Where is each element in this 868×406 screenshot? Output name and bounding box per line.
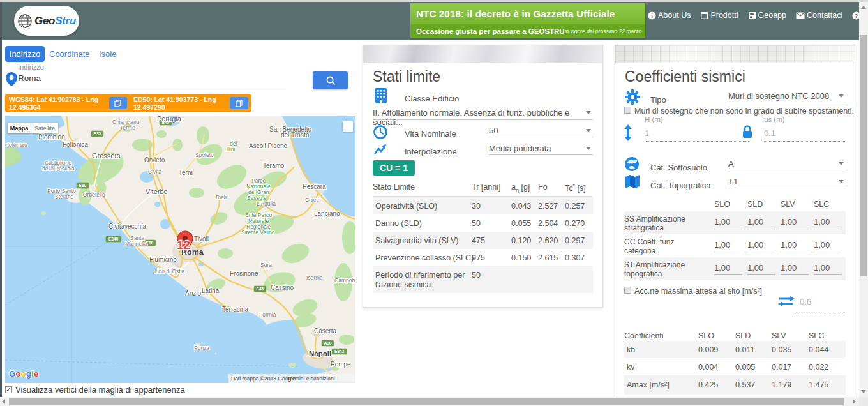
sottosuolo-select[interactable]: A	[728, 159, 846, 170]
header-bar: GeoStru NTC 2018: il decreto è in Gazzet…	[2, 2, 859, 40]
map-fullscreen-control[interactable]	[343, 121, 353, 132]
map-label: del Tronto	[281, 132, 310, 139]
muri-checkbox[interactable]	[624, 107, 631, 114]
table-row: Danno (SLD) 50 0.055 2.504 0.270	[373, 214, 593, 232]
swap-arrows-icon	[777, 296, 795, 307]
stati-table-header: Stato Limite Tr [anni] ag [g] Fo Tc* [s]	[373, 183, 593, 196]
amp-row: CC Coeff. funz categoria 1,00 1,00 1,00 …	[624, 234, 846, 257]
wgs84-text: WGS84: Lat 41.902783 - Lng 12.496364	[9, 96, 105, 111]
nav-contattaci[interactable]: Contattaci	[796, 11, 842, 20]
classe-edificio-select[interactable]: II. Affollamento normale. Assenza di fun…	[373, 108, 593, 120]
banner-subtitle: Occasione giusta per passare a GEOSTRU	[416, 27, 565, 35]
map-label: Frosinone	[230, 270, 258, 277]
address-underline	[18, 87, 286, 87]
map-icon	[624, 174, 641, 188]
map-label: Terni	[179, 169, 193, 176]
vertical-scrollbar-thumb[interactable]	[860, 35, 867, 276]
map-type-mappa-button[interactable]: Mappa	[8, 123, 31, 133]
muri-checkbox-row: Muri di sostegno che non sono in grado d…	[624, 107, 854, 116]
horizontal-scrollbar-thumb[interactable]	[9, 398, 844, 405]
map-label: Teramo	[263, 162, 285, 169]
building-icon	[373, 87, 389, 104]
amp-input[interactable]: 1,00	[714, 240, 742, 252]
stati-limite-title: Stati limite	[373, 68, 440, 86]
nav-geoapp[interactable]: Geoapp	[748, 11, 786, 20]
amp-input[interactable]: 1,00	[781, 217, 809, 229]
interpolazione-select[interactable]: Media ponderata	[489, 144, 593, 155]
address-input[interactable]: Roma	[18, 73, 41, 83]
us-input[interactable]: 0.1	[764, 128, 775, 138]
amp-input[interactable]: 1,00	[747, 217, 775, 229]
us-label: us (m)	[764, 116, 785, 123]
stati-limite-panel: Stati limite Classe Edificio II. Affolla…	[363, 45, 603, 308]
amp-input[interactable]: 1,00	[781, 263, 809, 275]
map-label: Pescara	[303, 183, 326, 190]
map-type-satellite-button[interactable]: Satellite	[31, 123, 58, 133]
geostru-logo[interactable]: GeoStru	[14, 6, 79, 36]
map-label: Orbetello	[83, 192, 105, 198]
copy-wgs84-button[interactable]	[109, 97, 127, 109]
vita-nominale-select[interactable]: 50	[489, 126, 593, 137]
nav-prodotti[interactable]: Prodotti	[700, 11, 738, 20]
acc-checkbox[interactable]	[624, 287, 631, 294]
table-row: Salvaguardia vita (SLV) 475 0.120 2.620 …	[373, 232, 593, 249]
acc-underline	[795, 312, 845, 312]
header-nav: About Us Prodotti Geoapp Contattaci ? Ai…	[648, 11, 868, 20]
google-map[interactable]: E35E45E80E80E840E45A30E842 PiombinoFollo…	[5, 116, 355, 383]
search-button[interactable]	[313, 71, 348, 89]
h-input[interactable]: 1	[645, 128, 649, 138]
map-label: Grosseto	[92, 152, 121, 160]
nav-about-us[interactable]: About Us	[648, 11, 691, 20]
amp-input[interactable]: 1,00	[814, 263, 842, 275]
show-vertices-row: ✓ Visualizza vertici della maglia di app…	[5, 385, 185, 395]
amp-input[interactable]: 1,00	[714, 217, 742, 229]
h-underline	[645, 141, 749, 142]
map-terms-link[interactable]: Termini e condizioni	[287, 375, 335, 382]
copy-icon	[114, 100, 121, 107]
tab-indirizzo[interactable]: Indirizzo	[5, 46, 45, 62]
show-vertices-checkbox[interactable]: ✓	[5, 386, 12, 393]
logo-text-stru: Stru	[55, 15, 76, 27]
tab-isole[interactable]: Isole	[99, 49, 116, 59]
amp-input[interactable]: 1,00	[814, 240, 842, 252]
map-label: Follonica	[63, 141, 88, 148]
classe-edificio-value: II. Affollamento normale. Assenza di fun…	[373, 108, 569, 127]
map-label: ortoferraio	[5, 142, 27, 148]
coef-row: kv 0.004 0.005 0.017 0.022	[624, 358, 846, 375]
amp-input[interactable]: 1,00	[714, 263, 742, 275]
nav-label: Contattaci	[807, 11, 842, 20]
coefficienti-title: Coefficienti sismici	[625, 68, 745, 86]
amp-row: SS Amplificazione stratigrafica 1,00 1,0…	[624, 211, 846, 234]
map-label: Campob	[334, 277, 355, 283]
google-logo: Google	[9, 369, 39, 379]
topografica-value: T1	[728, 177, 738, 186]
vita-nominale-value: 50	[489, 126, 498, 135]
map-label: Formia	[259, 312, 276, 318]
road-shield-label: E35	[94, 132, 101, 136]
acc-input[interactable]: 0.6	[800, 297, 811, 306]
tipo-select[interactable]: Muri di sostegno NTC 2008	[728, 91, 846, 103]
map-label: Latina	[202, 287, 220, 294]
amp-input[interactable]: 1,00	[814, 217, 842, 229]
scrollbar-corner	[859, 397, 868, 406]
map-label: Pompe	[331, 361, 351, 368]
topografica-select[interactable]: T1	[728, 177, 846, 188]
nav-label: Geoapp	[758, 11, 786, 20]
map-label: Terracina	[222, 306, 249, 313]
vertical-scrollbar[interactable]	[859, 2, 868, 397]
map-label: Isernia	[306, 274, 323, 281]
wgs84-badge: WGS84: Lat 41.902783 - Lng 12.496364	[5, 94, 130, 112]
map-label: Civita	[148, 169, 162, 175]
amp-input[interactable]: 1,00	[747, 263, 775, 275]
copy-ed50-button[interactable]	[230, 97, 248, 109]
updown-arrow-icon	[623, 124, 633, 141]
ntc-banner[interactable]: NTC 2018: il decreto è in Gazzetta Uffic…	[410, 3, 645, 38]
map-label: Perugia	[157, 116, 182, 123]
tab-coordinate[interactable]: Coordinate	[49, 49, 90, 59]
amp-input[interactable]: 1,00	[747, 240, 775, 252]
map-label: Fiumicino	[149, 256, 177, 263]
amp-input[interactable]: 1,00	[781, 240, 809, 252]
map-canvas: E35E45E80E80E840E45A30E842 PiombinoFollo…	[5, 116, 355, 383]
info-icon	[648, 11, 656, 20]
horizontal-scrollbar[interactable]	[0, 397, 859, 406]
